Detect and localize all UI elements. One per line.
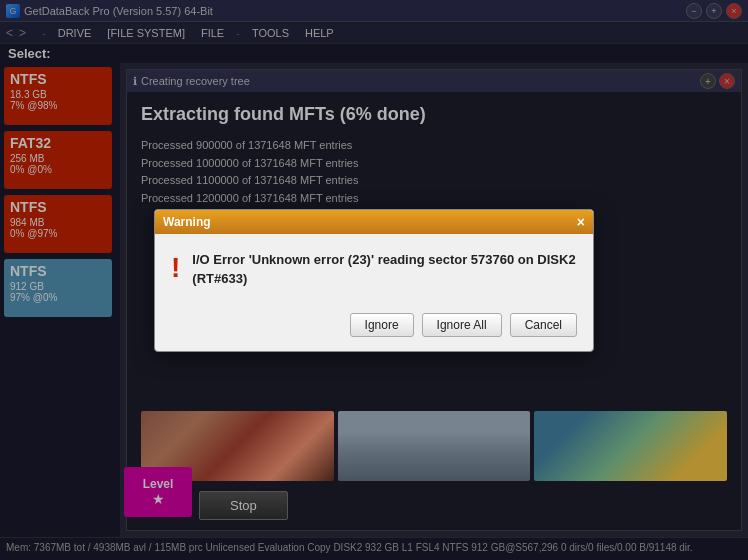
warning-body: ! I/O Error 'Unknown error (23)' reading… [155, 234, 593, 305]
cancel-button[interactable]: Cancel [510, 313, 577, 337]
warning-close-button[interactable]: × [577, 214, 585, 230]
warning-dialog: Warning × ! I/O Error 'Unknown error (23… [154, 209, 594, 352]
dialog-overlay: Warning × ! I/O Error 'Unknown error (23… [0, 0, 748, 560]
warning-footer: Ignore Ignore All Cancel [155, 305, 593, 351]
ignore-button[interactable]: Ignore [350, 313, 414, 337]
ignore-all-button[interactable]: Ignore All [422, 313, 502, 337]
warning-title: Warning [163, 215, 211, 229]
warning-titlebar: Warning × [155, 210, 593, 234]
warning-icon: ! [171, 252, 180, 284]
warning-message: I/O Error 'Unknown error (23)' reading s… [192, 250, 577, 289]
